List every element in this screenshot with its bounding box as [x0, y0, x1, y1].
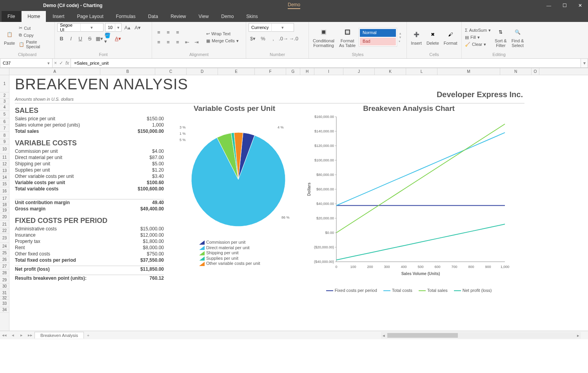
tab-nav-last[interactable]: ▸▸ — [26, 333, 34, 338]
tab-insert[interactable]: Insert — [47, 11, 70, 22]
conditional-formatting-button[interactable]: 🔳 Conditional Formatting — [311, 26, 336, 49]
autosum-button[interactable]: ΣAutoSum ▾ — [464, 27, 492, 33]
format-as-table-icon: 🔲 — [342, 27, 353, 38]
cancel-formula-icon[interactable]: × — [54, 60, 57, 66]
chevron-down-icon: ▾ — [484, 42, 486, 47]
select-all-corner[interactable] — [0, 68, 9, 75]
chevron-down-icon: ▾ — [80, 24, 103, 32]
align-bot-button[interactable]: ≡ — [173, 28, 182, 37]
group-number-label: Number — [249, 51, 306, 58]
number-format-dropdown[interactable]: Currency▾ — [249, 23, 294, 32]
row-headers[interactable]: 1234567891011121314151617181920212223242… — [0, 75, 9, 331]
svg-text:$120,000.00: $120,000.00 — [314, 144, 334, 148]
sigma-icon: Σ — [465, 28, 468, 33]
svg-text:300: 300 — [384, 265, 390, 269]
cut-button[interactable]: ✂Cut — [18, 25, 52, 31]
company-name: Developer Express Inc. — [437, 90, 523, 99]
copy-button[interactable]: ⧉Copy — [18, 32, 52, 38]
align-right-button[interactable]: ≡ — [173, 38, 182, 47]
shrink-font-button[interactable]: A▾ — [133, 23, 142, 32]
tab-view[interactable]: View — [193, 11, 215, 22]
sheet-tab-active[interactable]: Breakeven Analysis — [34, 332, 84, 339]
wrap-text-button[interactable]: ↩Wrap Text — [205, 31, 240, 37]
fixed-header: FIXED COSTS PER PERIOD — [15, 217, 164, 225]
tab-formulas[interactable]: Formulas — [110, 11, 142, 22]
merge-cells-button[interactable]: ▦Merge Cells ▾ — [205, 38, 240, 44]
delete-cells-button[interactable]: ✖Delete — [425, 28, 441, 46]
tab-nav-first[interactable]: ◂◂ — [0, 333, 9, 338]
tab-pagelayout[interactable]: Page Layout — [71, 11, 109, 22]
fill-color-button[interactable]: 🪣▾ — [104, 34, 113, 43]
italic-button[interactable]: I — [67, 34, 75, 43]
format-as-table-button[interactable]: 🔲 Format As Table — [338, 26, 357, 49]
comma-button[interactable]: , — [269, 34, 278, 43]
title-center: Demo — [288, 2, 300, 9]
horizontal-scrollbar[interactable]: ◂▸ — [381, 332, 581, 339]
grow-font-button[interactable]: A▴ — [123, 23, 132, 32]
percent-button[interactable]: % — [259, 34, 267, 43]
scroll-down-icon[interactable]: ▼ — [399, 36, 402, 39]
strike-button[interactable]: S — [85, 34, 94, 43]
svg-text:3 %: 3 % — [180, 125, 186, 129]
expand-formula-icon[interactable]: ▾ — [581, 59, 588, 68]
font-color-button[interactable]: A▾ — [114, 34, 122, 43]
cells-area[interactable]: BREAKEVEN ANALYSIS Developer Express Inc… — [9, 75, 588, 331]
maximize-icon[interactable]: ☐ — [557, 0, 572, 11]
tab-data[interactable]: Data — [142, 11, 164, 22]
borders-button[interactable]: ▦▾ — [95, 34, 103, 43]
wrap-icon: ↩ — [206, 31, 210, 36]
tab-demo[interactable]: Demo — [215, 11, 240, 22]
tab-home[interactable]: Home — [22, 11, 46, 22]
inc-decimal-button[interactable]: .0→ — [279, 34, 288, 43]
column-headers[interactable]: ABCDEFGHIJKLMNO — [0, 68, 588, 75]
tab-review[interactable]: Review — [165, 11, 192, 22]
cell-style-bad[interactable]: Bad — [360, 38, 396, 45]
svg-text:400: 400 — [401, 265, 407, 269]
add-sheet-button[interactable]: + — [84, 333, 93, 338]
chevron-down-icon: ▾ — [115, 24, 121, 32]
find-icon: 🔍 — [512, 27, 523, 38]
group-align-label: Alignment — [154, 51, 243, 58]
font-name-dropdown[interactable]: Segoe UI▾ — [57, 23, 103, 32]
line-title: Breakeven Analysis Chart — [305, 104, 513, 113]
cell-style-normal[interactable]: Normal — [360, 29, 396, 37]
group-editing-label: Editing — [464, 51, 534, 58]
fill-button[interactable]: ▤Fill ▾ — [464, 34, 492, 40]
underline-button[interactable]: U — [76, 34, 85, 43]
tab-nav-next[interactable]: ▸ — [17, 333, 26, 338]
formula-input[interactable]: =Sales_price_unit — [71, 59, 581, 68]
fx-icon[interactable]: fx — [65, 60, 69, 66]
chevron-down-icon: ▾ — [488, 28, 491, 33]
tab-skins[interactable]: Skins — [240, 11, 263, 22]
sort-filter-button[interactable]: ⇅Sort & Filter — [493, 26, 508, 49]
enter-formula-icon[interactable]: ✓ — [59, 60, 63, 66]
indent-dec-button[interactable]: ⇤ — [183, 38, 191, 47]
minimize-icon[interactable]: — — [541, 0, 557, 11]
align-top-button[interactable]: ≡ — [154, 28, 163, 37]
svg-text:$80,000.00: $80,000.00 — [316, 173, 334, 177]
dec-decimal-button[interactable]: →.0 — [289, 34, 298, 43]
font-size-dropdown[interactable]: 10▾ — [105, 23, 122, 32]
scroll-up-icon[interactable]: ▲ — [399, 32, 402, 35]
expand-icon[interactable]: ▾ — [399, 40, 402, 43]
insert-cells-button[interactable]: ➕Insert — [409, 28, 423, 46]
align-mid-button[interactable]: ≡ — [164, 28, 172, 37]
align-left-button[interactable]: ≡ — [154, 38, 163, 47]
svg-text:Dollars: Dollars — [307, 183, 311, 196]
clear-button[interactable]: 🧹Clear ▾ — [464, 42, 492, 47]
tab-file[interactable]: File — [2, 11, 21, 22]
find-select-button[interactable]: 🔍Find & Select — [510, 26, 526, 49]
svg-text:$0.00: $0.00 — [325, 231, 334, 235]
currency-button[interactable]: $▾ — [249, 34, 257, 43]
indent-inc-button[interactable]: ⇥ — [192, 38, 201, 47]
format-cells-button[interactable]: 🖌Format — [442, 28, 459, 46]
paste-button[interactable]: 📋 Paste — [2, 28, 16, 46]
bold-button[interactable]: B — [57, 34, 66, 43]
svg-text:800: 800 — [468, 265, 474, 269]
formula-bar: C37▾ × ✓ fx =Sales_price_unit ▾ — [0, 59, 588, 68]
paste-special-button[interactable]: 📋Paste Special — [18, 39, 52, 49]
tab-nav-prev[interactable]: ◂ — [9, 333, 17, 338]
name-box[interactable]: C37▾ — [0, 59, 53, 68]
align-center-button[interactable]: ≡ — [164, 38, 172, 47]
close-icon[interactable]: ✕ — [572, 0, 588, 11]
